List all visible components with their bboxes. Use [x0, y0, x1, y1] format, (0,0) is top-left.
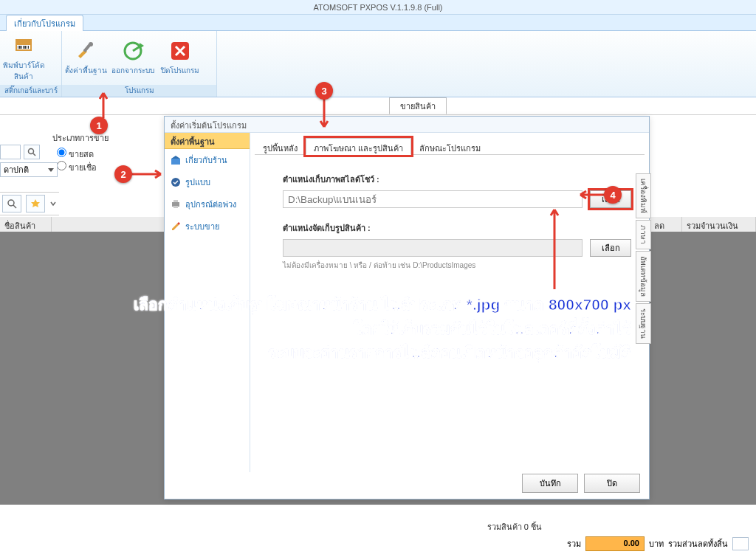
sub-band: ขายสินค้า: [0, 97, 756, 115]
vtab-printer[interactable]: เครื่องพิมพ์: [636, 173, 651, 218]
sidebar-item-layout[interactable]: รูปแบบ: [165, 171, 250, 193]
sale-mode-value: ดาปกติ: [4, 163, 29, 176]
tab-sell[interactable]: ขายสินค้า: [389, 97, 447, 114]
ribbon-group-sticker-label: สติ๊กเกอร์และบาร์โค้ด: [0, 85, 61, 97]
help-line-1: เลือกตำแหน่งเก็บรูปโฆษณาหน้าร้าน ไฟล์ประ…: [55, 293, 631, 317]
col-total: รวมจำนวนเงิน: [682, 217, 756, 232]
arrow-4b: [549, 205, 560, 289]
close-red-icon: [169, 40, 191, 62]
logout-icon: [122, 40, 144, 62]
tools-icon: [75, 40, 97, 62]
dialog-title: ตั้งค่าเริ่มต้นโปรแกรม: [165, 117, 649, 133]
sidebar-item-about-store[interactable]: เกี่ยวกับร้าน: [165, 149, 250, 171]
tab-appearance[interactable]: ลักษณะโปรแกรม: [411, 138, 489, 155]
browse-product-button[interactable]: เลือก: [590, 239, 631, 257]
sum-label: รวม: [567, 537, 581, 550]
discount-total-label: รวมส่วนลดทั้งสิ้น: [668, 537, 728, 550]
ribbon-group-program-label: โปรแกรม: [62, 85, 216, 97]
dialog-tabs: รูปพื้นหลัง ภาพโฆษณา และรูปสินค้า ลักษณะ…: [255, 137, 645, 155]
print-barcode-button[interactable]: พิมพ์บาร์โค้ดสินค้า: [0, 32, 47, 85]
svg-rect-2: [18, 46, 18, 49]
pencil-icon: [171, 221, 181, 232]
barcode-icon: [13, 35, 35, 57]
discount-total-value: [732, 537, 749, 550]
radio-credit-label: ขายเชื่อ: [69, 163, 97, 172]
tool-row: [0, 192, 59, 215]
sale-mode-dropdown[interactable]: ดาปกติ: [0, 162, 58, 177]
sidebar-header: ตั้งค่าพื้นฐาน: [165, 133, 250, 149]
star-icon: [30, 198, 41, 209]
logout-button[interactable]: ออกจากระบบ: [109, 37, 157, 79]
settings-button[interactable]: ตั้งค่าพื้นฐาน: [62, 37, 109, 79]
total-amount: 0.00: [585, 536, 645, 551]
svg-point-11: [125, 43, 141, 59]
slideshow-path-label: ตำแหน่งเก็บภาพสไลด์โชว์ :: [283, 173, 631, 186]
sidebar-item-sales-system[interactable]: ระบบขาย: [165, 215, 250, 238]
svg-rect-3: [19, 46, 21, 49]
tab-background[interactable]: รูปพื้นหลัง: [255, 138, 306, 155]
close-button[interactable]: ปิด: [584, 474, 640, 493]
svg-point-10: [89, 42, 93, 46]
item-count: รวมสินค้า 0 ชิ้น: [487, 520, 542, 533]
dialog-footer: บันทึก ปิด: [522, 474, 640, 493]
exit-label: ปิดโปรแกรม: [161, 66, 199, 75]
svg-rect-8: [28, 46, 29, 49]
sidebar-item-devices[interactable]: อุปกรณ์ต่อพ่วง: [165, 193, 250, 215]
help-line-2: โดยให้เก็บรวมกันไว้ในโฟลเดอร์ที่ตั้งค่าไ…: [55, 317, 631, 342]
store-icon: [171, 155, 181, 165]
help-line-3: ระบบจะอ่านรายการไฟล์ตอนเปิดหน้าจอลูกค้าอ…: [55, 341, 631, 365]
mini-search-row: [0, 145, 40, 159]
svg-rect-19: [173, 206, 178, 208]
chevron-down-icon[interactable]: [49, 195, 57, 212]
favorite-tool-button[interactable]: [26, 195, 45, 212]
magnifier-icon: [27, 148, 36, 156]
footer: รวมสินค้า 0 ชิ้น รวม 0.00 บาท รวมส่วนลดท…: [0, 516, 756, 560]
checkmark-icon: [171, 177, 181, 187]
search-tool-button[interactable]: [2, 195, 21, 212]
search-icon-button[interactable]: [24, 145, 40, 159]
col-product: ชื่อสินค้า: [0, 217, 52, 232]
chevron-down-icon: [48, 168, 54, 172]
radio-cash[interactable]: ขายสด: [57, 148, 148, 161]
svg-rect-4: [21, 46, 22, 49]
mini-input[interactable]: [0, 145, 21, 159]
vtab-language[interactable]: ภาษา: [636, 220, 651, 249]
help-text: เลือกตำแหน่งเก็บรูปโฆษณาหน้าร้าน ไฟล์ประ…: [55, 293, 631, 365]
dialog-form: ตำแหน่งเก็บภาพสไลด์โชว์ : เลือก ตำแหน่งจ…: [250, 155, 649, 271]
arrow-4: [576, 190, 605, 200]
svg-rect-6: [24, 46, 26, 49]
window-title: ATOMSOFT PXPOS V.1.1.9.8 (Full): [0, 0, 756, 15]
product-image-path-label: ตำแหน่งจัดเก็บรูปสินค้า :: [283, 221, 631, 235]
svg-point-13: [29, 149, 34, 154]
callout-4: 4: [604, 186, 622, 204]
col-discount: ลด: [650, 217, 682, 232]
arrow-1: [99, 87, 108, 118]
arrow-2: [131, 168, 167, 180]
svg-rect-7: [27, 46, 27, 49]
vertical-tabs: เครื่องพิมพ์ ภาษา อัพเดทข้อมูล ระบบฐาน: [636, 173, 649, 345]
svg-rect-15: [171, 159, 180, 165]
print-barcode-label: พิมพ์บาร์โค้ดสินค้า: [3, 61, 44, 80]
ribbon-tab-about[interactable]: เกี่ยวกับโปรแกรม: [6, 15, 83, 31]
save-button[interactable]: บันทึก: [522, 474, 578, 493]
arrow-3: [319, 99, 329, 133]
tab-ads-images[interactable]: ภาพโฆษณา และรูปสินค้า: [306, 138, 411, 155]
sidebar-item-label: เกี่ยวกับร้าน: [185, 153, 227, 167]
printer-icon: [171, 199, 181, 210]
exit-button[interactable]: ปิดโปรแกรม: [157, 37, 204, 79]
slideshow-path-input[interactable]: [283, 190, 583, 208]
svg-point-14: [8, 200, 14, 206]
magnifier-icon: [7, 198, 17, 209]
callout-3: 3: [315, 82, 333, 100]
callout-1: 1: [90, 117, 108, 134]
baht-label: บาท: [649, 537, 664, 550]
ribbon: พิมพ์บาร์โค้ดสินค้า สติ๊กเกอร์และบาร์โค้…: [0, 31, 756, 97]
path-hint: ไม่ต้องมีเครื่องหมาย \ หรือ / ต่อท้าย เช…: [283, 260, 631, 271]
sidebar-item-label: อุปกรณ์ต่อพ่วง: [185, 198, 236, 211]
vtab-update[interactable]: อัพเดทข้อมูล: [636, 251, 651, 302]
product-image-path-input[interactable]: [283, 239, 583, 257]
radio-cash-label: ขายสด: [69, 150, 94, 159]
svg-rect-5: [23, 46, 24, 49]
vtab-database[interactable]: ระบบฐาน: [636, 303, 651, 344]
callout-2: 2: [114, 165, 132, 183]
